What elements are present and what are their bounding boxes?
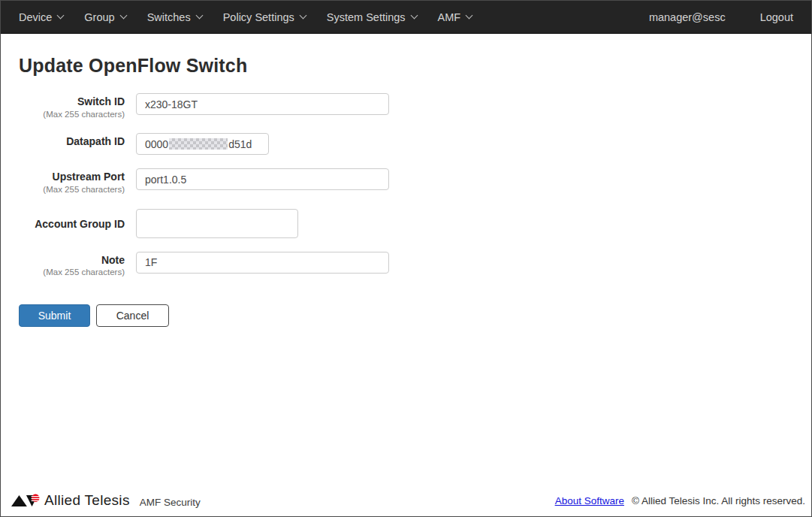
nav-item-label: Policy Settings — [223, 11, 294, 23]
nav-menu: Device Group Switches Policy Settings Sy… — [19, 11, 649, 23]
nav-item-label: System Settings — [327, 11, 406, 23]
upstream-port-input[interactable] — [136, 168, 389, 190]
note-hint: (Max 255 characters) — [19, 267, 125, 278]
nav-item-label: Device — [19, 11, 52, 23]
redacted-pixelation-block — [169, 138, 228, 150]
form-row-upstream-port: Upstream Port (Max 255 characters) — [19, 168, 793, 195]
form-row-account-group-id: Account Group ID — [19, 209, 793, 238]
nav-item-label: Group — [84, 11, 114, 23]
datapath-id-input[interactable]: 0000 d51d — [136, 133, 269, 155]
switch-id-label: Switch ID — [19, 95, 125, 109]
datapath-id-value-suffix: d51d — [228, 138, 252, 150]
nav-item-label: Switches — [147, 11, 191, 23]
form-row-note: Note (Max 255 characters) — [19, 252, 793, 278]
nav-right: manager@sesc Logout — [649, 11, 793, 23]
nav-item-policy-settings[interactable]: Policy Settings — [223, 11, 306, 23]
upstream-port-hint: (Max 255 characters) — [19, 184, 125, 195]
brand-name: Allied Telesis — [44, 492, 130, 509]
page-footer: Allied Telesis AMF Security About Softwa… — [1, 489, 811, 516]
datapath-id-value-prefix: 0000 — [145, 138, 168, 150]
note-label: Note — [19, 254, 125, 268]
datapath-id-label: Datapath ID — [19, 135, 125, 149]
cancel-button[interactable]: Cancel — [96, 304, 169, 327]
app-window: Device Group Switches Policy Settings Sy… — [0, 0, 812, 517]
footer-brand: Allied Telesis AMF Security — [11, 492, 555, 509]
label-column: Upstream Port (Max 255 characters) — [19, 168, 125, 195]
switch-id-hint: (Max 255 characters) — [19, 109, 125, 120]
label-column: Switch ID (Max 255 characters) — [19, 93, 125, 119]
submit-button[interactable]: Submit — [19, 304, 90, 327]
logged-in-user: manager@sesc — [649, 11, 726, 23]
chevron-down-icon — [466, 12, 473, 20]
update-switch-form: Switch ID (Max 255 characters) Datapath … — [19, 93, 793, 327]
about-software-link[interactable]: About Software — [555, 495, 624, 506]
top-navbar: Device Group Switches Policy Settings Sy… — [1, 1, 811, 34]
form-row-switch-id: Switch ID (Max 255 characters) — [19, 93, 793, 119]
footer-legal: About Software © Allied Telesis Inc. All… — [555, 495, 805, 506]
logout-button[interactable]: Logout — [760, 11, 793, 23]
chevron-down-icon — [119, 12, 127, 20]
chevron-down-icon — [410, 12, 418, 20]
switch-id-input[interactable] — [136, 93, 389, 115]
account-group-id-label: Account Group ID — [19, 218, 125, 231]
label-column: Datapath ID — [19, 133, 125, 149]
page-title: Update OpenFlow Switch — [19, 55, 793, 77]
nav-item-system-settings[interactable]: System Settings — [327, 11, 417, 23]
nav-item-switches[interactable]: Switches — [147, 11, 202, 23]
chevron-down-icon — [195, 12, 203, 20]
nav-item-device[interactable]: Device — [19, 11, 63, 23]
chevron-down-icon — [299, 12, 306, 20]
chevron-down-icon — [57, 12, 65, 20]
upstream-port-label: Upstream Port — [19, 171, 125, 184]
form-actions: Submit Cancel — [19, 304, 793, 327]
nav-item-group[interactable]: Group — [84, 11, 125, 23]
label-column: Account Group ID — [19, 209, 125, 231]
nav-item-amf[interactable]: AMF — [438, 11, 472, 23]
label-column: Note (Max 255 characters) — [19, 252, 125, 278]
account-group-id-input[interactable] — [136, 209, 298, 238]
main-content: Update OpenFlow Switch Switch ID (Max 25… — [1, 34, 811, 327]
note-input[interactable] — [136, 252, 389, 274]
nav-item-label: AMF — [438, 11, 461, 23]
copyright-text: © Allied Telesis Inc. All rights reserve… — [632, 495, 805, 506]
form-row-datapath-id: Datapath ID 0000 d51d — [19, 133, 793, 155]
allied-telesis-logo — [11, 493, 40, 509]
product-name: AMF Security — [140, 497, 201, 508]
